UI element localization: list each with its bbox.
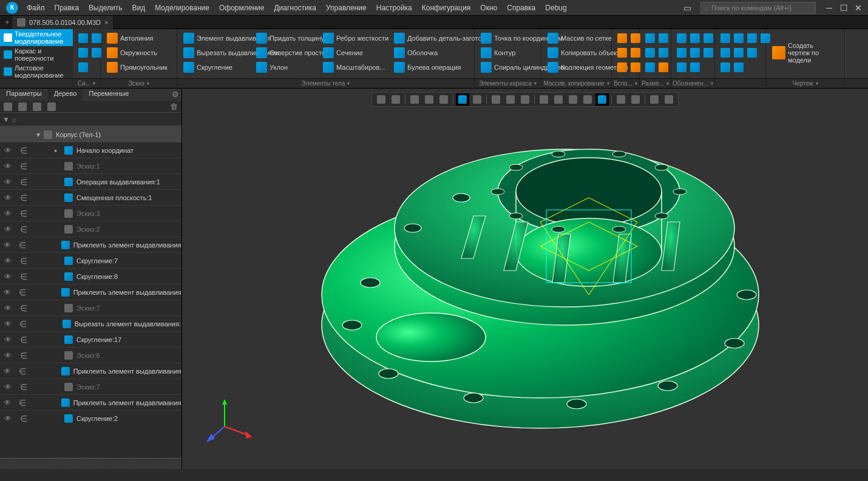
- visibility-icon[interactable]: 👁: [0, 288, 15, 297]
- tree-item-3[interactable]: 👁∈Смещенная плоскость:1: [0, 189, 181, 205]
- aux-2[interactable]: [615, 46, 629, 59]
- vt-6[interactable]: [456, 93, 469, 106]
- menu-моделирование[interactable]: Моделирование: [150, 0, 214, 16]
- ribbon-tab-0[interactable]: Твердотельное моделирование: [0, 29, 73, 46]
- vt-15[interactable]: [595, 93, 609, 106]
- create-drawing-button[interactable]: Создать чертеж по модели: [770, 32, 839, 74]
- group-label-9[interactable]: Чертеж▾: [766, 79, 845, 88]
- ribbon-tab-2[interactable]: Листовое моделирование: [0, 63, 73, 80]
- include-icon[interactable]: ∈: [16, 256, 32, 266]
- group-label-0[interactable]: Си...▾: [73, 79, 101, 88]
- visibility-icon[interactable]: 👁: [0, 193, 16, 202]
- dim-1[interactable]: [643, 32, 657, 45]
- ann-6[interactable]: [688, 61, 702, 74]
- circle-button[interactable]: Окружность: [104, 46, 170, 59]
- tree-item-5[interactable]: 👁∈Эскиз:2: [0, 221, 181, 237]
- vt-18[interactable]: [648, 93, 661, 106]
- print-icon[interactable]: [76, 61, 90, 74]
- close-button[interactable]: ✕: [851, 3, 866, 13]
- filter-icon[interactable]: ▼: [2, 115, 10, 124]
- side-tab-Дерево[interactable]: Дерево: [48, 89, 83, 101]
- menu-конфигурация[interactable]: Конфигурация: [417, 0, 476, 16]
- group-label-3[interactable]: Элементы каркаса▾: [475, 79, 541, 88]
- tree-tool-2[interactable]: [17, 101, 28, 112]
- vt-12[interactable]: [552, 93, 565, 106]
- menu-правка[interactable]: Правка: [50, 0, 84, 16]
- vt-4[interactable]: [422, 93, 436, 106]
- tree-item-9[interactable]: 👁∈Приклеить элемент выдавливания:4: [0, 284, 181, 300]
- visibility-icon[interactable]: 👁: [0, 351, 16, 360]
- group-label-4[interactable]: Массив, копирование▾: [541, 79, 612, 88]
- trash-icon[interactable]: 🗑: [170, 102, 178, 111]
- gear-icon[interactable]: ⚙: [172, 90, 179, 99]
- misc-6[interactable]: [732, 61, 745, 74]
- ribbon-tab-1[interactable]: Каркас и поверхности: [0, 46, 73, 63]
- tree-item-12[interactable]: 👁∈Скругление:17: [0, 331, 181, 347]
- dim-6[interactable]: [657, 61, 670, 74]
- aux-3[interactable]: [615, 61, 629, 74]
- menu-диагностика[interactable]: Диагностика: [269, 0, 321, 16]
- misc-5[interactable]: [732, 46, 745, 59]
- misc-7[interactable]: [745, 32, 759, 45]
- panel-icon[interactable]: ▭: [680, 3, 694, 13]
- tree-item-4[interactable]: 👁∈Эскиз:3: [0, 205, 181, 221]
- include-icon[interactable]: ∈: [16, 414, 32, 423]
- dim-2[interactable]: [643, 46, 657, 59]
- shell-button[interactable]: Оболочка: [392, 46, 470, 59]
- vt-10[interactable]: [518, 93, 532, 106]
- menu-debug[interactable]: Debug: [540, 0, 571, 16]
- include-icon[interactable]: ∈: [16, 146, 32, 155]
- add-part-button[interactable]: Добавить деталь-загото...: [392, 32, 470, 45]
- visibility-icon[interactable]: 👁: [0, 383, 16, 391]
- autoline-button[interactable]: Автолиния: [104, 32, 170, 45]
- vt-19[interactable]: [662, 93, 676, 106]
- hole-button[interactable]: Отверстие простое: [254, 46, 320, 59]
- visibility-icon[interactable]: 👁: [0, 146, 16, 155]
- ann-7[interactable]: [702, 32, 715, 45]
- include-icon[interactable]: ∈: [16, 382, 32, 392]
- maximize-button[interactable]: ☐: [836, 3, 851, 13]
- group-label-2[interactable]: Элементы тела▾: [177, 79, 475, 88]
- ann-5[interactable]: [688, 46, 702, 59]
- include-icon[interactable]: ∈: [16, 335, 32, 345]
- vt-11[interactable]: [537, 93, 551, 106]
- extrude-button[interactable]: Элемент выдавливания: [181, 32, 254, 45]
- viewport-3d[interactable]: [182, 89, 868, 469]
- include-icon[interactable]: ∈: [15, 319, 30, 329]
- visibility-icon[interactable]: 👁: [0, 209, 16, 218]
- include-icon[interactable]: ∈: [15, 288, 30, 297]
- dim-3[interactable]: [643, 61, 657, 74]
- tree-tool-4[interactable]: [46, 101, 57, 112]
- vt-9[interactable]: [504, 93, 517, 106]
- misc-1[interactable]: [719, 32, 732, 45]
- draft-button[interactable]: Уклон: [254, 61, 320, 74]
- visibility-icon[interactable]: 👁: [0, 335, 16, 344]
- tree-item-10[interactable]: 👁∈Эскиз:7: [0, 300, 181, 315]
- include-icon[interactable]: ∈: [16, 224, 32, 234]
- search-icon[interactable]: ⌕: [12, 115, 16, 124]
- dim-4[interactable]: [657, 32, 670, 45]
- tree-item-16[interactable]: 👁∈Приклеить элемент выдавливания:4: [0, 394, 181, 410]
- include-icon[interactable]: ∈: [16, 193, 32, 203]
- vt-16[interactable]: [614, 93, 628, 106]
- tree-item-0[interactable]: 👁∈▸Начало координат: [0, 142, 181, 158]
- menu-выделить[interactable]: Выделить: [84, 0, 127, 16]
- panel-resize-handle[interactable]: [0, 458, 181, 469]
- visibility-icon[interactable]: 👁: [0, 178, 16, 186]
- vt-14[interactable]: [581, 93, 594, 106]
- side-tab-Переменные[interactable]: Переменные: [83, 89, 135, 101]
- visibility-icon[interactable]: 👁: [0, 162, 16, 170]
- group-label-8[interactable]: [715, 79, 766, 88]
- vt-3[interactable]: [408, 93, 421, 106]
- tree-root[interactable]: ▾Корпус (Тел-1): [0, 126, 181, 142]
- visibility-icon[interactable]: 👁: [0, 399, 15, 407]
- menu-управление[interactable]: Управление: [321, 0, 371, 16]
- boolean-button[interactable]: Булева операция: [392, 61, 470, 74]
- visibility-icon[interactable]: 👁: [0, 320, 15, 328]
- vt-2[interactable]: [389, 93, 402, 106]
- thicken-button[interactable]: Придать толщину: [254, 32, 320, 45]
- include-icon[interactable]: ∈: [15, 398, 30, 408]
- tree-item-15[interactable]: 👁∈Эскиз:7: [0, 378, 181, 394]
- include-icon[interactable]: ∈: [16, 209, 32, 218]
- ann-1[interactable]: [675, 32, 688, 45]
